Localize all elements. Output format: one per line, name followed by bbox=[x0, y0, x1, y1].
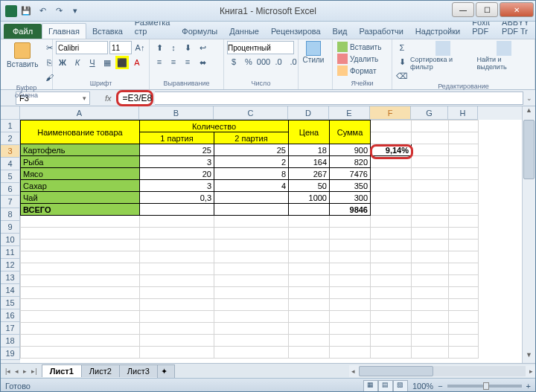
cell[interactable] bbox=[371, 132, 412, 144]
cell[interactable] bbox=[449, 287, 479, 299]
cell[interactable] bbox=[449, 180, 479, 192]
cell[interactable] bbox=[214, 228, 289, 240]
row-header-3[interactable]: 3 bbox=[1, 145, 20, 158]
cell[interactable] bbox=[21, 251, 140, 263]
cell[interactable] bbox=[214, 287, 289, 299]
cell[interactable] bbox=[412, 311, 449, 323]
qat-more-icon[interactable]: ▾ bbox=[68, 4, 83, 19]
merge-icon[interactable]: ⬌ bbox=[196, 56, 209, 69]
cell[interactable] bbox=[412, 216, 449, 228]
cell[interactable] bbox=[140, 228, 214, 240]
item-name[interactable]: Чай bbox=[21, 192, 140, 204]
row-header-2[interactable]: 2 bbox=[1, 132, 20, 145]
cell[interactable] bbox=[289, 216, 330, 228]
align-center-icon[interactable]: ≡ bbox=[167, 55, 180, 68]
zoom-handle[interactable] bbox=[483, 382, 489, 390]
cell[interactable] bbox=[449, 204, 479, 216]
column-header-A[interactable]: A bbox=[20, 106, 139, 120]
align-middle-icon[interactable]: ↕ bbox=[167, 41, 180, 54]
cell[interactable] bbox=[371, 335, 412, 347]
bold-button[interactable]: Ж bbox=[56, 56, 69, 69]
cell[interactable] bbox=[371, 204, 412, 216]
cell[interactable] bbox=[412, 275, 449, 287]
number-format-select[interactable] bbox=[227, 41, 294, 54]
cell[interactable] bbox=[449, 347, 479, 359]
cell[interactable] bbox=[449, 323, 479, 335]
align-top-icon[interactable]: ⬆ bbox=[153, 41, 166, 54]
cell[interactable] bbox=[449, 156, 479, 168]
border-icon[interactable]: ▦ bbox=[100, 56, 114, 69]
grow-font-icon[interactable]: A↑ bbox=[133, 41, 147, 54]
cell[interactable] bbox=[330, 311, 371, 323]
vertical-scrollbar[interactable]: ▲ ▼ bbox=[522, 106, 535, 363]
save-icon[interactable]: 💾 bbox=[19, 4, 34, 19]
cell[interactable] bbox=[412, 240, 449, 251]
scroll-left-icon[interactable]: ◂ bbox=[349, 367, 357, 375]
undo-icon[interactable]: ↶ bbox=[35, 4, 50, 19]
cell[interactable] bbox=[214, 240, 289, 251]
find-select-button[interactable]: Найти и выделить bbox=[476, 41, 532, 71]
cell[interactable] bbox=[449, 168, 479, 180]
cell[interactable] bbox=[449, 275, 479, 287]
cell[interactable] bbox=[412, 132, 449, 144]
item-price[interactable]: 267 bbox=[289, 168, 330, 180]
item-name[interactable]: Рыба bbox=[21, 156, 140, 168]
column-header-E[interactable]: E bbox=[329, 106, 370, 120]
item-sum[interactable]: 7476 bbox=[330, 168, 371, 180]
cell[interactable] bbox=[371, 347, 412, 359]
cell[interactable] bbox=[412, 204, 449, 216]
cell[interactable] bbox=[371, 156, 412, 168]
autosum-icon[interactable]: Σ bbox=[395, 41, 409, 54]
cell[interactable] bbox=[21, 240, 140, 251]
zoom-level[interactable]: 100% bbox=[412, 382, 433, 391]
row-header-7[interactable]: 7 bbox=[1, 196, 20, 208]
new-sheet-button[interactable]: ✦ bbox=[157, 364, 175, 378]
cell[interactable] bbox=[214, 263, 289, 275]
cell[interactable] bbox=[289, 323, 330, 335]
cell[interactable] bbox=[140, 240, 214, 251]
cell[interactable] bbox=[449, 299, 479, 311]
cell[interactable] bbox=[140, 335, 214, 347]
sheet-tab-1[interactable]: Лист1 bbox=[42, 364, 82, 377]
cell[interactable] bbox=[371, 180, 412, 192]
item-name[interactable]: Сахар bbox=[21, 180, 140, 192]
sheet-nav-first-icon[interactable]: |◂ bbox=[4, 367, 12, 375]
row-header-5[interactable]: 5 bbox=[1, 170, 20, 183]
cell[interactable] bbox=[330, 240, 371, 251]
cell[interactable] bbox=[371, 299, 412, 311]
tab-insert[interactable]: Вставка bbox=[86, 24, 129, 39]
item-sum[interactable]: 820 bbox=[330, 156, 371, 168]
cell[interactable] bbox=[140, 251, 214, 263]
cell[interactable] bbox=[371, 323, 412, 335]
cell[interactable] bbox=[140, 323, 214, 335]
item-name[interactable]: Мясо bbox=[21, 168, 140, 180]
cell-grid[interactable]: Наименование товараКоличествоЦенаСумма1 … bbox=[20, 120, 522, 363]
cell[interactable] bbox=[449, 335, 479, 347]
sheet-tab-2[interactable]: Лист2 bbox=[81, 364, 120, 377]
percent-icon[interactable]: % bbox=[242, 55, 255, 68]
cell[interactable] bbox=[371, 192, 412, 204]
item-p1[interactable]: 20 bbox=[140, 168, 214, 180]
cell[interactable] bbox=[214, 311, 289, 323]
cell[interactable] bbox=[21, 335, 140, 347]
page-break-view-button[interactable]: ▧ bbox=[393, 380, 408, 392]
redo-icon[interactable]: ↷ bbox=[51, 4, 66, 19]
item-p2[interactable]: 4 bbox=[214, 180, 289, 192]
cell[interactable] bbox=[289, 299, 330, 311]
cell[interactable] bbox=[289, 275, 330, 287]
column-header-B[interactable]: B bbox=[139, 106, 214, 120]
expand-formula-icon[interactable]: ⌄ bbox=[523, 94, 535, 102]
sheet-nav-last-icon[interactable]: ▸| bbox=[30, 367, 38, 375]
cell[interactable] bbox=[214, 275, 289, 287]
cell[interactable] bbox=[289, 347, 330, 359]
cell[interactable] bbox=[330, 323, 371, 335]
increase-decimal-icon[interactable]: .0 bbox=[272, 55, 285, 68]
cell[interactable] bbox=[289, 251, 330, 263]
cell[interactable] bbox=[289, 204, 330, 216]
item-price[interactable]: 18 bbox=[289, 144, 330, 156]
row-header-18[interactable]: 18 bbox=[1, 335, 20, 347]
underline-button[interactable]: Ч bbox=[86, 56, 99, 69]
cell[interactable] bbox=[289, 335, 330, 347]
header-name[interactable]: Наименование товара bbox=[21, 121, 140, 144]
scroll-up-icon[interactable]: ▲ bbox=[523, 106, 535, 118]
